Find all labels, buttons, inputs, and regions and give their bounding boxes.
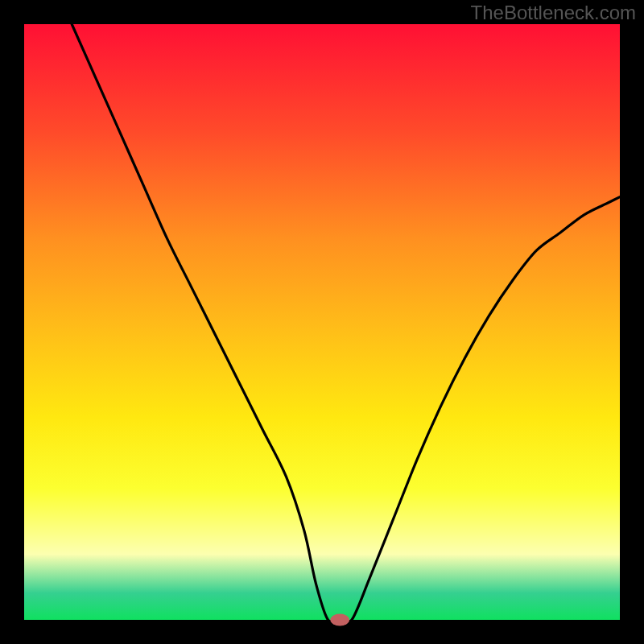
chart-background xyxy=(24,24,620,620)
chart-container: { "watermark": "TheBottleneck.com", "col… xyxy=(0,0,644,644)
optimal-point-marker xyxy=(330,614,349,626)
watermark-text: TheBottleneck.com xyxy=(471,2,636,24)
bottleneck-chart xyxy=(0,0,644,644)
